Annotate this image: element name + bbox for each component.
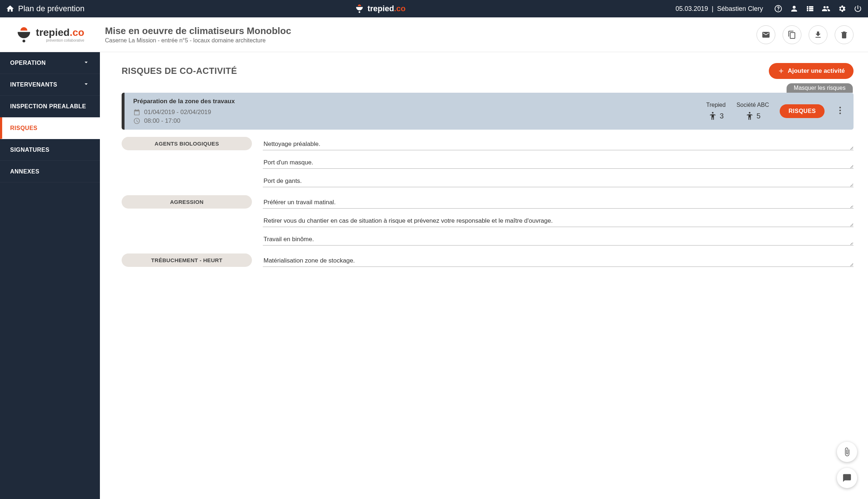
- svg-point-4: [839, 107, 841, 108]
- risk-measures: Nettoyage préalable.Port d'un masque.Por…: [263, 137, 854, 192]
- activity-more-button[interactable]: [835, 106, 845, 116]
- team-button[interactable]: [822, 4, 830, 13]
- help-icon: [774, 4, 783, 13]
- measure-field[interactable]: Nettoyage préalable.: [263, 137, 854, 150]
- subheader: trepied.co prévention collaborative Mise…: [0, 17, 868, 52]
- section-heading: RISQUES DE CO-ACTIVITÉ: [122, 66, 237, 76]
- sidebar-item-label: SIGNATURES: [10, 147, 50, 153]
- topbar-brand: trepied.co: [84, 4, 675, 14]
- sidebar-item-label: OPERATION: [10, 60, 46, 66]
- delete-button[interactable]: [835, 25, 854, 44]
- account-button[interactable]: [790, 4, 799, 13]
- people-icon: [822, 4, 830, 13]
- risk-category-pill[interactable]: AGENTS BIOLOGIQUES: [122, 137, 252, 150]
- fab-column: [837, 442, 857, 488]
- sidebar-item-label: INSPECTION PREALABLE: [10, 103, 86, 110]
- activity-card: Préparation de la zone des travaux 01/04…: [122, 93, 854, 130]
- chevron-down-icon: [83, 80, 90, 89]
- risques-chip[interactable]: RISQUES: [780, 104, 825, 118]
- chat-fab[interactable]: [837, 468, 857, 488]
- measure-field[interactable]: Matérialisation zone de stockage.: [263, 253, 854, 267]
- project-title-block: Mise en oeuvre de climatiseurs Monobloc …: [100, 25, 757, 44]
- svg-point-5: [839, 110, 841, 111]
- email-button[interactable]: [757, 25, 775, 44]
- breadcrumb-home[interactable]: Plan de prévention: [6, 4, 84, 13]
- help-button[interactable]: [774, 4, 783, 13]
- email-icon: [762, 30, 770, 39]
- project-subtitle: Caserne La Mission - entrée n°5 - locaux…: [105, 37, 757, 44]
- sidebar-item-label: RISQUES: [10, 125, 38, 131]
- power-icon: [854, 4, 862, 13]
- settings-button[interactable]: [838, 4, 846, 13]
- power-button[interactable]: [854, 4, 862, 13]
- risk-row: AGENTS BIOLOGIQUESNettoyage préalable.Po…: [122, 137, 854, 192]
- sidebar-item-intervenants[interactable]: INTERVENANTS: [0, 74, 100, 96]
- party-1: Trepied 3: [706, 102, 726, 121]
- mask-risks-button[interactable]: Masquer les risques: [787, 83, 853, 93]
- svg-point-3: [749, 112, 750, 113]
- svg-point-1: [22, 39, 25, 42]
- attach-fab[interactable]: [837, 442, 857, 462]
- home-icon: [6, 4, 14, 13]
- more-vert-icon: [839, 106, 841, 115]
- project-title: Mise en oeuvre de climatiseurs Monobloc: [105, 25, 757, 37]
- clock-icon: [133, 117, 140, 125]
- plus-icon: [778, 67, 785, 75]
- person-standing-icon: [745, 111, 754, 121]
- paperclip-icon: [842, 447, 852, 457]
- svg-point-2: [712, 112, 713, 113]
- risk-list: AGENTS BIOLOGIQUESNettoyage préalable.Po…: [122, 137, 854, 272]
- main-content: RISQUES DE CO-ACTIVITÉ Ajouter une activ…: [100, 52, 868, 499]
- person-icon: [790, 4, 799, 13]
- sidebar-item-label: ANNEXES: [10, 168, 39, 175]
- svg-point-0: [359, 11, 361, 13]
- measure-field[interactable]: Travail en binôme.: [263, 232, 854, 246]
- logo-tagline: prévention collaborative: [36, 38, 84, 42]
- party-2: Société ABC 5: [737, 102, 769, 121]
- sidebar-item-operation[interactable]: OPERATION: [0, 52, 100, 74]
- sidebar: OPERATIONINTERVENANTSINSPECTION PREALABL…: [0, 52, 100, 499]
- copy-icon: [788, 30, 796, 39]
- risk-row: AGRESSIONPréférer un travail matinal.Ret…: [122, 195, 854, 251]
- add-activity-button[interactable]: Ajouter une activité: [769, 63, 854, 79]
- download-icon: [814, 30, 822, 39]
- measure-field[interactable]: Port de gants.: [263, 174, 854, 187]
- svg-point-6: [839, 113, 841, 114]
- brand-logo-icon: [354, 4, 365, 14]
- trash-icon: [840, 30, 848, 39]
- topbar-meta: 05.03.2019 | Sébastien Clery: [675, 5, 763, 13]
- risk-measures: Préférer un travail matinal.Retirer vous…: [263, 195, 854, 251]
- measure-field[interactable]: Port d'un masque.: [263, 155, 854, 169]
- sidebar-item-risques[interactable]: RISQUES: [0, 117, 100, 139]
- activity-title: Préparation de la zone des travaux: [133, 98, 695, 105]
- sidebar-item-annexes[interactable]: ANNEXES: [0, 161, 100, 183]
- measure-field[interactable]: Retirer vous du chantier en cas de situa…: [263, 214, 854, 227]
- chat-icon: [842, 473, 852, 483]
- header-actions: [757, 25, 868, 44]
- list-icon: [806, 4, 814, 13]
- measure-field[interactable]: Préférer un travail matinal.: [263, 195, 854, 209]
- risk-measures: Matérialisation zone de stockage.: [263, 253, 854, 272]
- person-standing-icon: [708, 111, 717, 121]
- sidebar-item-signatures[interactable]: SIGNATURES: [0, 139, 100, 161]
- sidebar-item-inspection-prealable[interactable]: INSPECTION PREALABLE: [0, 96, 100, 117]
- topbar-right: 05.03.2019 | Sébastien Clery: [675, 4, 862, 13]
- risk-category-pill[interactable]: AGRESSION: [122, 195, 252, 209]
- app-logo-icon: [16, 26, 32, 43]
- download-button[interactable]: [809, 25, 827, 44]
- copy-button[interactable]: [783, 25, 801, 44]
- calendar-icon: [133, 109, 140, 116]
- gear-icon: [838, 4, 846, 13]
- chevron-down-icon: [83, 59, 90, 67]
- risk-row: TRÉBUCHEMENT - HEURTMatérialisation zone…: [122, 253, 854, 272]
- risk-category-pill[interactable]: TRÉBUCHEMENT - HEURT: [122, 253, 252, 267]
- list-button[interactable]: [806, 4, 814, 13]
- sidebar-item-label: INTERVENANTS: [10, 81, 57, 88]
- app-logo[interactable]: trepied.co prévention collaborative: [0, 26, 100, 43]
- page-title: Plan de prévention: [18, 4, 84, 13]
- activity-dates: 01/04/2019 - 02/04/2019: [133, 109, 695, 116]
- activity-hours: 08:00 - 17:00: [133, 117, 695, 125]
- topbar: Plan de prévention trepied.co 05.03.2019…: [0, 0, 868, 17]
